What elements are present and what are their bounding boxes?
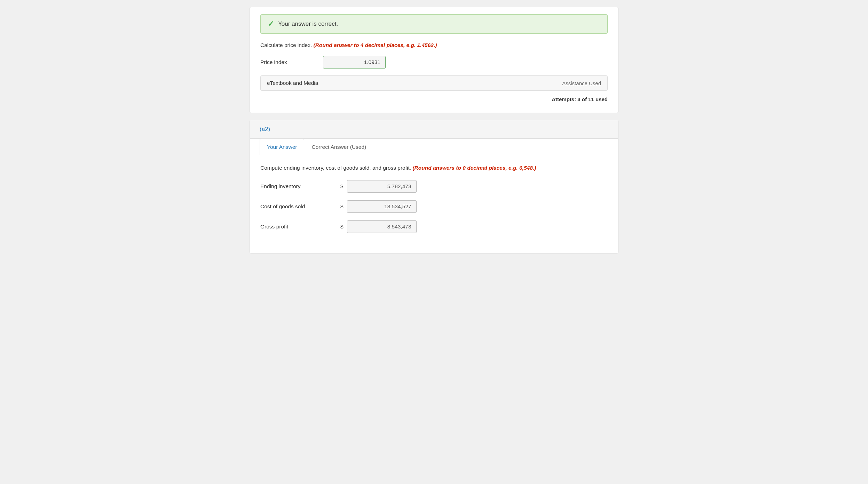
price-index-row: Price index [260, 56, 608, 68]
ending-inventory-label: Ending inventory [260, 183, 337, 189]
gross-profit-label: Gross profit [260, 224, 337, 230]
price-index-input[interactable] [323, 56, 386, 68]
etextbook-bar: eTextbook and Media Assistance Used [260, 75, 608, 91]
section-a2: (a2) Your Answer Correct Answer (Used) C… [250, 120, 618, 253]
a2-body: Compute ending inventory, cost of goods … [250, 155, 618, 253]
cost-of-goods-label: Cost of goods sold [260, 203, 337, 210]
page-wrapper: ✓ Your answer is correct. Calculate pric… [243, 7, 625, 253]
gross-profit-row: Gross profit $ [260, 220, 608, 233]
ending-inventory-input[interactable] [347, 180, 417, 193]
gross-profit-dollar: $ [340, 224, 344, 230]
cost-of-goods-dollar: $ [340, 203, 344, 210]
ending-inventory-row: Ending inventory $ [260, 180, 608, 193]
price-index-label: Price index [260, 59, 316, 65]
attempts-text: Attempts: 3 of 11 used [260, 96, 608, 102]
section-price-index: ✓ Your answer is correct. Calculate pric… [250, 7, 618, 113]
a2-question: Compute ending inventory, cost of goods … [260, 165, 608, 171]
etextbook-label: eTextbook and Media [267, 80, 318, 86]
price-index-question: Calculate price index. (Round answer to … [260, 42, 608, 48]
ending-inventory-dollar: $ [340, 183, 344, 189]
cost-of-goods-row: Cost of goods sold $ [260, 200, 608, 213]
correct-answer-banner: ✓ Your answer is correct. [260, 14, 608, 34]
round-hint: (Round answer to 4 decimal places, e.g. … [314, 42, 437, 48]
cost-of-goods-input[interactable] [347, 200, 417, 213]
a2-label: (a2) [260, 126, 270, 132]
a2-header: (a2) [250, 120, 618, 139]
a2-round-hint: (Round answers to 0 decimal places, e.g.… [412, 165, 536, 171]
tab-your-answer[interactable]: Your Answer [260, 139, 304, 155]
a2-question-prefix: Compute ending inventory, cost of goods … [260, 165, 411, 171]
tab-correct-answer[interactable]: Correct Answer (Used) [304, 139, 373, 155]
checkmark-icon: ✓ [268, 19, 274, 29]
question-prefix: Calculate price index. [260, 42, 312, 48]
assistance-used-label: Assistance Used [562, 80, 601, 86]
tabs-bar: Your Answer Correct Answer (Used) [250, 139, 618, 155]
correct-answer-text: Your answer is correct. [278, 21, 338, 27]
gross-profit-input[interactable] [347, 220, 417, 233]
